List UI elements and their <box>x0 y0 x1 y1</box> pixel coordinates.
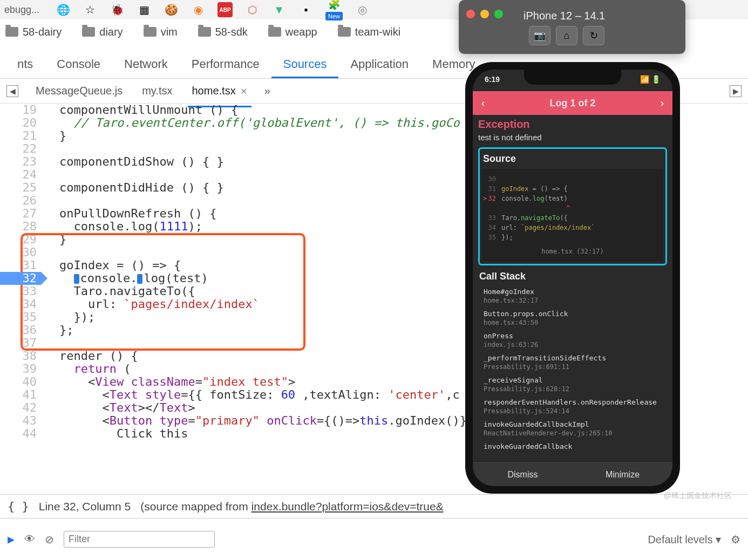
callstack-title: Call Stack <box>479 271 667 282</box>
translate-icon[interactable]: 🌐 <box>56 2 71 17</box>
folder-icon <box>144 27 157 37</box>
time-label: 6:19 <box>485 75 500 86</box>
ext-icon[interactable]: ◉ <box>191 2 206 17</box>
callstack-item[interactable]: _receiveSignalPressability.js:628:12 <box>478 374 667 396</box>
callstack-item[interactable]: Button.props.onClickhome.tsx:43:50 <box>478 308 667 330</box>
device-screen[interactable]: 6:19 📶 🔋 ‹ Log 1 of 2 › Exception test i… <box>473 70 672 486</box>
tab-performance[interactable]: Performance <box>180 52 271 78</box>
extension-icons: 🌐 ☆ 🐞 ▦ 🍪 ◉ ABP ⬡ ▼ ▪ 🧩New ◎ <box>56 0 370 21</box>
active-browser-tab[interactable]: ebugg... <box>4 4 39 16</box>
bug-icon[interactable]: 🐞 <box>110 2 125 17</box>
close-icon[interactable]: ✕ <box>240 87 247 96</box>
cookie-icon[interactable]: 🍪 <box>164 2 179 17</box>
gear-icon[interactable]: ⚙ <box>731 533 740 546</box>
simulator-window[interactable]: iPhone 12 – 14.1 📷 ⌂ ↻ <box>459 0 685 54</box>
file-tab[interactable]: my.tsx <box>140 80 174 101</box>
chevron-left-icon[interactable]: ‹ <box>481 98 485 109</box>
adblock-icon[interactable]: ABP <box>217 2 233 17</box>
file-tab-active[interactable]: home.tsx✕ <box>190 80 249 101</box>
callstack-item[interactable]: invokeGuardedCallback <box>478 440 667 454</box>
vue-icon[interactable]: ▼ <box>271 2 287 17</box>
nav-title: Log 1 of 2 <box>550 98 596 109</box>
more-tabs-icon[interactable]: » <box>264 85 270 97</box>
simulator-title: iPhone 12 – 14.1 <box>523 10 605 22</box>
error-footer: Dismiss Minimize <box>473 462 672 486</box>
clear-icon[interactable]: ⊘ <box>45 533 54 546</box>
callstack-item[interactable]: onPressindex.js:63:26 <box>478 330 667 352</box>
watermark-text: @稀土掘金技术社区 <box>664 491 732 501</box>
breakpoint-icon[interactable] <box>74 274 79 284</box>
star-icon[interactable]: ☆ <box>83 2 98 17</box>
tab-application[interactable]: Application <box>338 52 420 78</box>
exception-message: test is not defined <box>478 133 667 142</box>
chevron-right-icon[interactable]: ▸ <box>8 531 15 548</box>
minimize-button[interactable]: Minimize <box>573 463 672 486</box>
qr-icon[interactable]: ▦ <box>137 2 152 17</box>
eye-icon[interactable]: 👁 <box>24 533 35 545</box>
bookmark-folder[interactable]: 58-dairy <box>5 26 62 38</box>
bookmark-folder[interactable]: diary <box>82 26 123 38</box>
tab-sources[interactable]: Sources <box>271 52 339 78</box>
callstack-item[interactable]: responderEventHandlers.onResponderReleas… <box>478 396 667 418</box>
status-icons: 📶 🔋 <box>640 75 661 86</box>
new-ext-icon[interactable]: 🧩New <box>325 0 343 21</box>
editor-statusbar: { } Line 32, Column 5 (source mapped fro… <box>0 494 748 518</box>
file-tab[interactable]: MessageQueue.js <box>33 80 125 101</box>
folder-icon <box>198 27 211 37</box>
callstack-list: Home#goIndexhome.tsx:32:17Button.props.o… <box>478 285 667 454</box>
close-icon[interactable] <box>466 10 475 18</box>
callstack-item[interactable]: Home#goIndexhome.tsx:32:17 <box>478 285 667 308</box>
folder-icon <box>82 27 95 37</box>
log-levels-select[interactable]: Default levels <box>648 533 721 546</box>
device-frame: 6:19 📶 🔋 ‹ Log 1 of 2 › Exception test i… <box>465 62 680 494</box>
source-file-ref: home.tsx (32:17) <box>485 247 660 256</box>
braces-icon[interactable]: { } <box>8 500 29 513</box>
source-map-link[interactable]: index.bundle?platform=ios&dev=true& <box>251 500 444 513</box>
profile-icon[interactable]: ◎ <box>355 2 370 17</box>
ext2-icon[interactable]: ⬡ <box>244 2 260 17</box>
callstack-item[interactable]: _performTransitionSideEffectsPressabilit… <box>478 352 667 374</box>
filter-input[interactable] <box>64 531 215 548</box>
source-highlight-box: Source 30 31goIndex = () => { 32 console… <box>478 147 667 265</box>
tab-elements[interactable]: nts <box>5 52 45 78</box>
tab-console[interactable]: Console <box>45 52 112 78</box>
screenshot-icon[interactable]: 📷 <box>529 26 550 45</box>
chevron-right-icon[interactable]: › <box>661 98 664 109</box>
rotate-icon[interactable]: ↻ <box>583 26 604 45</box>
folder-icon <box>5 27 18 37</box>
error-nav-bar: ‹ Log 1 of 2 › <box>473 91 672 115</box>
minimize-icon[interactable] <box>480 10 489 18</box>
bookmark-folder[interactable]: 58-sdk <box>198 26 248 38</box>
folder-icon <box>268 27 281 37</box>
cursor-position: Line 32, Column 5 <box>39 500 131 513</box>
bookmark-folder[interactable]: weapp <box>268 26 317 38</box>
console-drawer: ▸ 👁 ⊘ Default levels ⚙ <box>0 518 748 560</box>
home-icon[interactable]: ⌂ <box>556 26 577 45</box>
ext3-icon[interactable]: ▪ <box>298 2 314 17</box>
dismiss-button[interactable]: Dismiss <box>473 463 573 486</box>
breakpoint-icon[interactable] <box>137 274 142 284</box>
folder-icon <box>338 27 351 37</box>
nav-right-icon[interactable]: ▶ <box>730 85 742 97</box>
tab-network[interactable]: Network <box>112 52 180 78</box>
source-title: Source <box>482 151 663 169</box>
nav-left-icon[interactable]: ◀ <box>6 85 18 97</box>
zoom-icon[interactable] <box>494 10 503 18</box>
exception-title: Exception <box>478 118 667 131</box>
callstack-item[interactable]: invokeGuardedCallbackImplReactNativeRend… <box>478 418 667 440</box>
bookmark-folder[interactable]: team-wiki <box>338 26 400 38</box>
notch <box>524 70 621 85</box>
bookmark-folder[interactable]: vim <box>144 26 178 38</box>
source-snippet: 30 31goIndex = () => { 32 console.log(te… <box>482 169 663 262</box>
